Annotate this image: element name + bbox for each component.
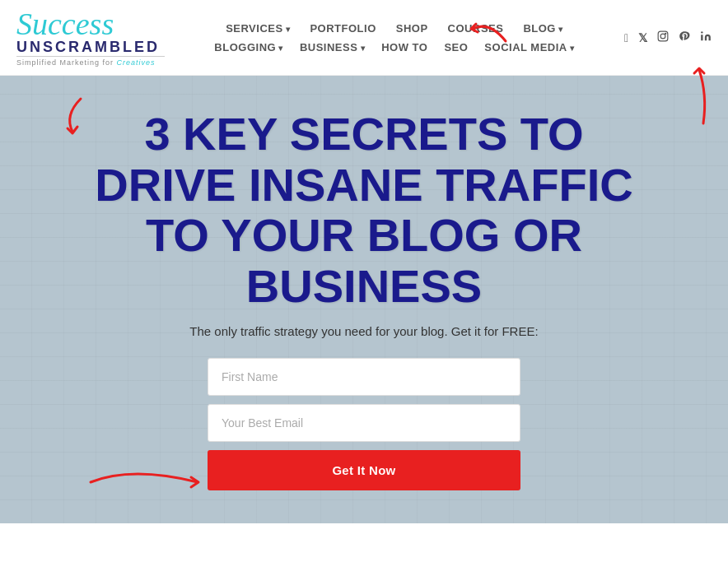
logo-tagline-script: Creatives	[117, 58, 156, 67]
nav-area: SERVICES PORTFOLIO SHOP COURSES BLOG BLO…	[165, 22, 624, 53]
nav-top: SERVICES PORTFOLIO SHOP COURSES BLOG	[226, 22, 563, 35]
hero-section: 3 KEY SECRETS TO DRIVE INSANE TRAFFIC TO…	[0, 76, 728, 523]
logo-tagline: Simplified Marketing for Creatives	[16, 56, 165, 67]
signup-form: Get It Now	[208, 358, 520, 490]
social-icons:  𝕏	[624, 30, 712, 44]
nav-services[interactable]: SERVICES	[226, 22, 290, 35]
facebook-icon[interactable]: 	[624, 31, 628, 44]
instagram-icon[interactable]	[657, 30, 669, 44]
svg-rect-0	[658, 31, 668, 41]
hero-content: 3 KEY SECRETS TO DRIVE INSANE TRAFFIC TO…	[76, 109, 652, 490]
logo-unscrambled-text: UNSCRAMBLED	[16, 39, 165, 54]
twitter-icon[interactable]: 𝕏	[638, 31, 647, 44]
nav-bottom: BLOGGING BUSINESS HOW TO SEO SOCIAL MEDI…	[214, 41, 574, 53]
pinterest-icon[interactable]	[679, 30, 690, 44]
nav-blog[interactable]: BLOG	[523, 22, 562, 35]
first-name-input[interactable]	[208, 358, 520, 396]
svg-point-2	[665, 33, 666, 34]
logo-success-text: Success	[16, 8, 165, 39]
hero-title: 3 KEY SECRETS TO DRIVE INSANE TRAFFIC TO…	[76, 109, 652, 311]
header: Success UNSCRAMBLED Simplified Marketing…	[0, 0, 728, 76]
logo[interactable]: Success UNSCRAMBLED Simplified Marketing…	[16, 8, 165, 67]
nav-seo[interactable]: SEO	[444, 41, 468, 53]
nav-business[interactable]: BUSINESS	[300, 41, 365, 53]
svg-point-1	[660, 34, 665, 39]
nav-portfolio[interactable]: PORTFOLIO	[310, 22, 376, 35]
hero-subtitle: The only traffic strategy you need for y…	[76, 324, 652, 338]
nav-blogging[interactable]: BLOGGING	[214, 41, 283, 53]
svg-point-3	[701, 31, 702, 33]
email-input[interactable]	[208, 404, 520, 442]
nav-social-media[interactable]: SOCIAL MEDIA	[484, 41, 574, 53]
nav-shop[interactable]: SHOP	[396, 22, 428, 35]
nav-courses[interactable]: COURSES	[448, 22, 504, 35]
linkedin-icon[interactable]	[700, 30, 712, 44]
nav-how-to[interactable]: HOW TO	[381, 41, 427, 53]
submit-button[interactable]: Get It Now	[208, 450, 520, 490]
